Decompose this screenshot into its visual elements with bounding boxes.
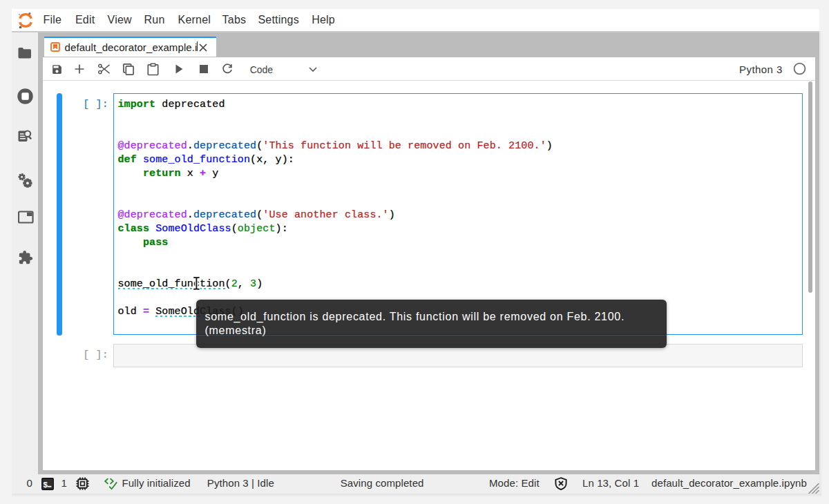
svg-text:$: $ bbox=[43, 481, 48, 489]
